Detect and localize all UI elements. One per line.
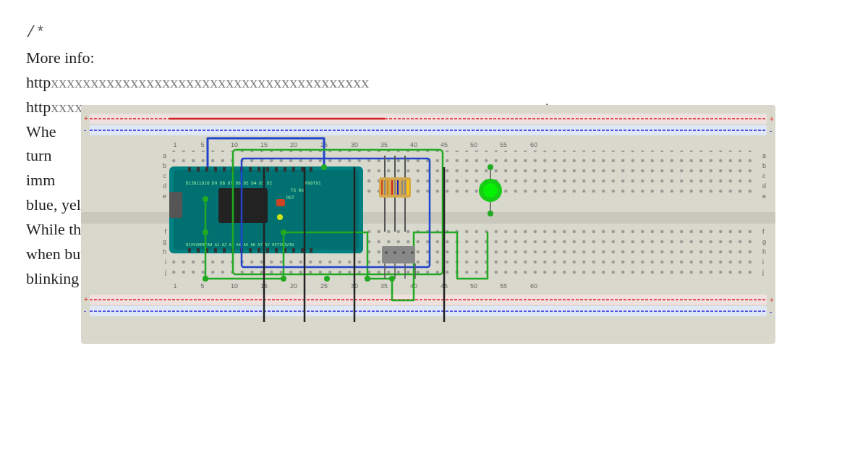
breadboard-svg: + - 1 5 10 15 20 25 30 35 40 45 50 55 60… — [81, 105, 775, 344]
svg-text:+: + — [84, 114, 88, 122]
url-line1: httpxxxxxxxxxxxxxxxxxxxxxxxxxxxxxxxxxxxx… — [26, 71, 842, 94]
svg-rect-107 — [301, 248, 304, 253]
svg-rect-83 — [223, 167, 226, 172]
svg-rect-95 — [197, 248, 200, 253]
svg-point-152 — [281, 229, 286, 235]
svg-text:D13D11D10 D9 D8 D7 D6 D5 D4 D3: D13D11D10 D9 D8 D7 D6 D5 D4 D3 D2 — [186, 180, 273, 185]
svg-text:c: c — [163, 172, 167, 180]
svg-point-143 — [488, 164, 493, 170]
svg-text:-: - — [770, 127, 772, 135]
svg-text:e: e — [762, 193, 766, 200]
svg-point-151 — [281, 276, 286, 282]
svg-rect-89 — [275, 167, 278, 172]
svg-text:b: b — [762, 162, 766, 169]
svg-rect-92 — [301, 167, 304, 172]
svg-text:15: 15 — [260, 141, 268, 148]
svg-point-154 — [324, 276, 330, 282]
svg-text:+: + — [770, 115, 774, 123]
svg-point-141 — [483, 183, 498, 198]
svg-rect-104 — [275, 248, 278, 253]
svg-point-144 — [488, 211, 493, 216]
svg-text:i: i — [165, 258, 166, 266]
svg-rect-106 — [292, 248, 295, 253]
svg-text:d: d — [762, 182, 766, 190]
svg-text:i: i — [762, 258, 764, 266]
svg-point-156 — [365, 276, 370, 282]
svg-rect-103 — [266, 248, 269, 253]
svg-text:25: 25 — [320, 282, 328, 290]
svg-text:1: 1 — [173, 141, 176, 148]
svg-text:45: 45 — [441, 141, 448, 148]
svg-text:e: e — [163, 193, 166, 200]
svg-text:60: 60 — [530, 282, 537, 290]
svg-point-78 — [277, 214, 283, 220]
svg-rect-93 — [310, 167, 312, 172]
svg-point-150 — [203, 276, 208, 282]
svg-text:-: - — [770, 308, 772, 316]
svg-rect-87 — [258, 167, 260, 172]
svg-text:g: g — [163, 238, 166, 245]
svg-text:RST: RST — [286, 195, 294, 200]
svg-text:20: 20 — [290, 282, 297, 290]
svg-text:a: a — [762, 152, 766, 159]
svg-text:-: - — [84, 307, 86, 315]
svg-point-134 — [411, 251, 414, 254]
svg-text:40: 40 — [410, 141, 417, 148]
svg-text:c: c — [762, 172, 766, 180]
svg-point-132 — [393, 251, 396, 254]
svg-text:1: 1 — [173, 282, 176, 290]
svg-rect-79 — [188, 167, 191, 172]
svg-rect-82 — [214, 167, 217, 172]
svg-rect-102 — [258, 248, 260, 253]
svg-text:j: j — [164, 269, 166, 276]
svg-text:b: b — [163, 162, 166, 169]
svg-rect-101 — [249, 248, 252, 253]
svg-rect-80 — [197, 167, 200, 172]
svg-point-131 — [385, 251, 388, 254]
svg-rect-75 — [218, 188, 268, 223]
svg-text:j: j — [762, 269, 764, 276]
svg-text:TX RX: TX RX — [291, 187, 304, 193]
svg-rect-94 — [188, 248, 191, 253]
svg-rect-70 — [169, 192, 182, 218]
svg-text:30: 30 — [351, 141, 358, 148]
svg-text:10: 10 — [231, 282, 238, 290]
svg-text:+: + — [770, 296, 774, 304]
more-info-text: More info: — [26, 48, 95, 67]
svg-point-155 — [321, 164, 327, 170]
svg-text:35: 35 — [380, 282, 388, 290]
svg-rect-86 — [249, 167, 252, 172]
svg-text:60: 60 — [530, 141, 537, 148]
svg-text:-: - — [84, 126, 86, 134]
svg-text:5: 5 — [200, 141, 204, 148]
svg-text:35: 35 — [380, 141, 388, 148]
svg-text:20: 20 — [290, 141, 297, 148]
svg-text:55: 55 — [500, 282, 507, 290]
svg-point-133 — [402, 251, 405, 254]
svg-rect-98 — [223, 248, 226, 253]
page: /* More info: httpxxxxxxxxxxxxxxxxxxxxxx… — [0, 0, 868, 456]
svg-rect-76 — [276, 199, 285, 206]
more-info-line: More info: — [26, 46, 842, 69]
svg-text:d: d — [163, 182, 166, 190]
svg-text:+: + — [84, 295, 88, 303]
svg-text:g: g — [762, 238, 766, 245]
svg-text:RXDTX1: RXDTX1 — [305, 180, 321, 185]
svg-text:50: 50 — [470, 282, 477, 290]
svg-rect-108 — [310, 248, 312, 253]
svg-text:D13V3AREFA0 A1 A2 A3 A4 A5 A6 : D13V3AREFA0 A1 A2 A3 A4 A5 A6 A7 5V RST3… — [186, 242, 294, 247]
svg-point-157 — [389, 276, 395, 282]
comment-open: /* — [26, 22, 842, 45]
svg-rect-97 — [214, 248, 217, 253]
svg-text:h: h — [163, 248, 166, 256]
svg-point-149 — [203, 196, 208, 202]
svg-text:50: 50 — [470, 141, 477, 148]
svg-rect-88 — [266, 167, 269, 172]
svg-rect-130 — [382, 246, 415, 263]
svg-point-153 — [203, 229, 208, 235]
svg-text:h: h — [762, 248, 766, 256]
svg-text:a: a — [163, 152, 166, 159]
svg-rect-90 — [284, 167, 286, 172]
svg-rect-91 — [292, 167, 295, 172]
breadboard-overlay: + - 1 5 10 15 20 25 30 35 40 45 50 55 60… — [81, 105, 775, 344]
